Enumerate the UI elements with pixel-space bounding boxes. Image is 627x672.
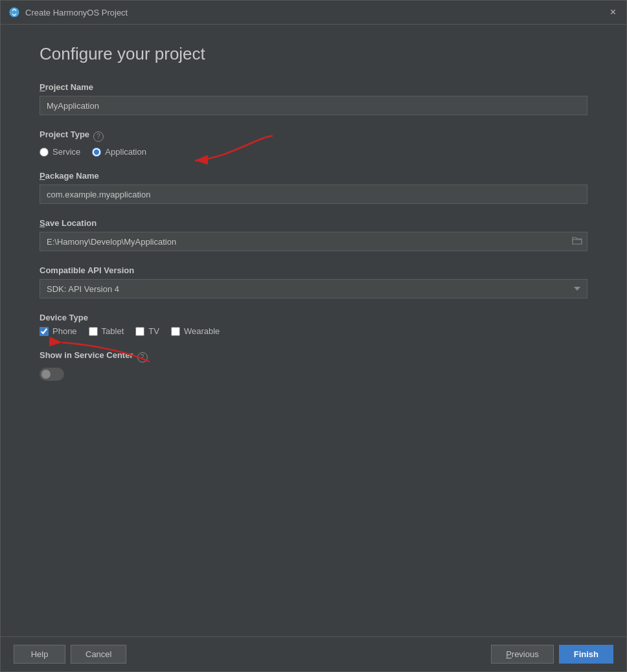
package-name-label: Package Name — [40, 171, 587, 181]
service-center-label-row: Show in Service Center ? — [40, 350, 587, 364]
service-center-group: Show in Service Center ? — [40, 350, 587, 381]
api-version-label: Compatible API Version — [40, 265, 587, 275]
radio-service-input[interactable] — [40, 148, 49, 157]
radio-application[interactable]: Application — [92, 147, 146, 157]
save-location-input[interactable] — [40, 232, 587, 251]
dialog-window: Create HarmonyOS Project × Configure you… — [0, 0, 627, 672]
bottom-right-buttons: Previous Finish — [491, 645, 613, 664]
project-type-group: Project Type ? Service Application — [40, 129, 587, 157]
radio-application-input[interactable] — [92, 148, 101, 157]
service-center-toggle-container — [40, 368, 587, 381]
bottom-left-buttons: Help Cancel — [14, 645, 126, 664]
project-type-radio-group: Service Application — [40, 147, 587, 157]
api-version-group: Compatible API Version SDK: API Version … — [40, 265, 587, 298]
checkbox-tablet[interactable]: Tablet — [89, 326, 124, 336]
content-area: Configure your project Project Name Proj… — [1, 25, 626, 636]
help-button[interactable]: Help — [14, 645, 65, 664]
page-title: Configure your project — [40, 44, 587, 64]
project-name-group: Project Name — [40, 82, 587, 115]
api-version-select[interactable]: SDK: API Version 4 SDK: API Version 3 SD… — [40, 279, 587, 298]
service-center-label: Show in Service Center — [40, 350, 133, 360]
radio-service[interactable]: Service — [40, 147, 80, 157]
checkbox-wearable-label: Wearable — [184, 326, 220, 336]
checkbox-tv[interactable]: TV — [135, 326, 159, 336]
checkbox-wearable[interactable]: Wearable — [171, 326, 220, 336]
previous-button[interactable]: Previous — [491, 645, 554, 664]
folder-icon — [572, 236, 582, 245]
checkbox-wearable-input[interactable] — [171, 327, 180, 336]
checkbox-phone-input[interactable] — [40, 327, 49, 336]
finish-button[interactable]: Finish — [559, 645, 613, 664]
radio-service-label: Service — [52, 147, 80, 157]
checkbox-tv-input[interactable] — [135, 327, 144, 336]
checkbox-phone-label: Phone — [52, 326, 77, 336]
service-center-toggle[interactable] — [40, 368, 64, 381]
radio-application-label: Application — [105, 147, 146, 157]
checkbox-tablet-input[interactable] — [89, 327, 98, 336]
project-type-label-row: Project Type ? — [40, 129, 587, 143]
save-location-input-wrapper — [40, 232, 587, 251]
save-location-label: Save Location — [40, 218, 587, 228]
project-type-help-icon[interactable]: ? — [93, 131, 104, 142]
checkbox-tv-label: TV — [148, 326, 159, 336]
project-name-input[interactable] — [40, 96, 587, 115]
device-type-label: Device Type — [40, 313, 587, 322]
package-name-group: Package Name — [40, 171, 587, 204]
browse-folder-button[interactable] — [571, 235, 584, 249]
project-name-label: Project Name — [40, 82, 587, 92]
harmonyos-logo-icon — [8, 6, 20, 18]
title-bar-text: Create HarmonyOS Project — [25, 8, 128, 17]
bottom-bar: Help Cancel Previous Finish — [1, 636, 626, 671]
cancel-button[interactable]: Cancel — [71, 645, 126, 664]
toggle-slider — [40, 368, 64, 381]
device-type-group: Device Type Phone Tablet TV Wearable — [40, 313, 587, 336]
save-location-group: Save Location — [40, 218, 587, 251]
device-type-checkboxes: Phone Tablet TV Wearable — [40, 326, 587, 336]
checkbox-phone[interactable]: Phone — [40, 326, 77, 336]
close-button[interactable]: × — [608, 6, 619, 19]
title-bar-left: Create HarmonyOS Project — [8, 6, 128, 18]
title-bar: Create HarmonyOS Project × — [1, 1, 626, 25]
project-type-label: Project Type — [40, 129, 89, 139]
service-center-help-icon[interactable]: ? — [137, 352, 148, 363]
package-name-input[interactable] — [40, 185, 587, 204]
checkbox-tablet-label: Tablet — [102, 326, 124, 336]
